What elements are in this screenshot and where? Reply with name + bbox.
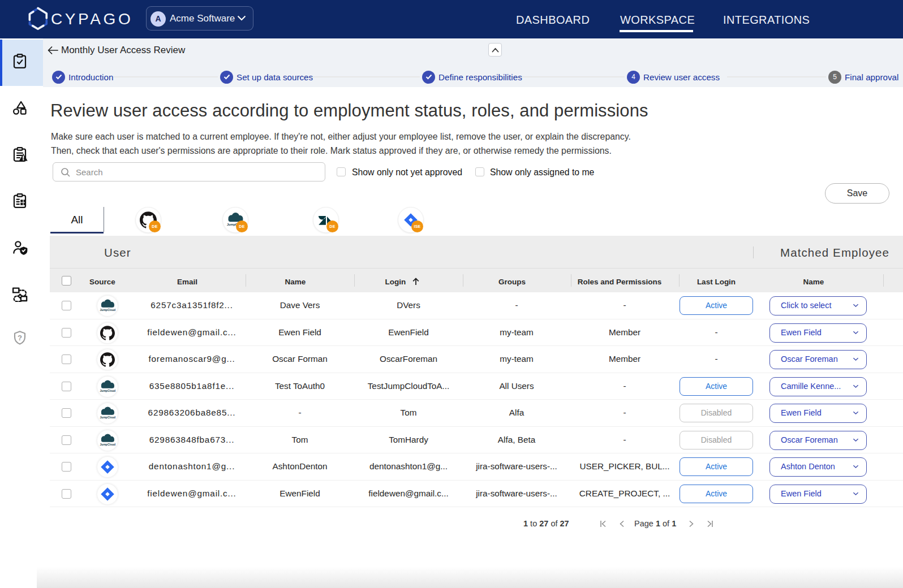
svg-text:JumpCloud: JumpCloud	[100, 388, 116, 392]
svg-text:JumpCloud: JumpCloud	[100, 416, 116, 419]
svg-text:JumpCloud: JumpCloud	[100, 308, 116, 312]
svg-text:JumpCloud: JumpCloud	[100, 442, 116, 446]
svg-text:?: ?	[18, 334, 22, 342]
